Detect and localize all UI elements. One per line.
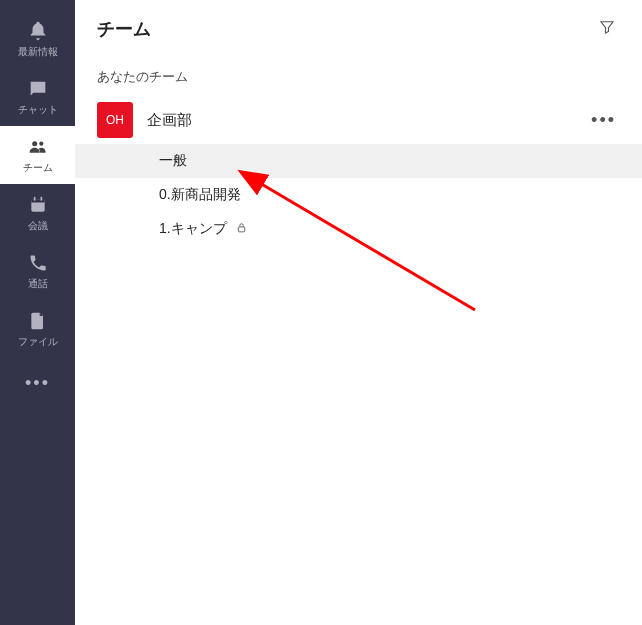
sidebar-item-chat[interactable]: チャット — [0, 68, 75, 126]
channel-name: 一般 — [159, 152, 187, 170]
team-avatar: OH — [97, 102, 133, 138]
sidebar-item-files[interactable]: ファイル — [0, 300, 75, 358]
channel-name: 1.キャンプ — [159, 220, 227, 238]
ellipsis-icon: ••• — [591, 110, 616, 130]
svg-rect-5 — [40, 196, 42, 200]
app-sidebar: 最新情報 チャット チーム 会議 通話 ファイル ••• — [0, 0, 75, 625]
sidebar-item-activity[interactable]: 最新情報 — [0, 10, 75, 68]
svg-point-1 — [39, 141, 43, 145]
lock-icon — [235, 221, 248, 237]
team-row[interactable]: OH 企画部 ••• — [75, 96, 642, 144]
bell-icon — [27, 20, 49, 42]
sidebar-item-meetings[interactable]: 会議 — [0, 184, 75, 242]
svg-rect-3 — [31, 199, 44, 202]
ellipsis-icon: ••• — [25, 373, 50, 394]
sidebar-item-label: チーム — [23, 161, 53, 175]
sidebar-item-calls[interactable]: 通話 — [0, 242, 75, 300]
phone-icon — [27, 252, 49, 274]
channel-item[interactable]: 一般 — [75, 144, 642, 178]
chat-icon — [27, 78, 49, 100]
team-name: 企画部 — [147, 111, 573, 130]
teams-icon — [27, 136, 49, 158]
svg-rect-4 — [33, 196, 35, 200]
sidebar-item-label: 会議 — [28, 219, 48, 233]
sidebar-item-label: チャット — [18, 103, 58, 117]
team-more-button[interactable]: ••• — [587, 110, 620, 131]
filter-button[interactable] — [594, 14, 620, 44]
channel-item[interactable]: 1.キャンプ — [75, 212, 642, 246]
your-teams-label: あなたのチーム — [75, 56, 642, 96]
panel-header: チーム — [75, 0, 642, 56]
calendar-icon — [27, 194, 49, 216]
sidebar-item-teams[interactable]: チーム — [0, 126, 75, 184]
file-icon — [27, 310, 49, 332]
sidebar-item-label: ファイル — [18, 335, 58, 349]
page-title: チーム — [97, 17, 151, 41]
sidebar-more[interactable]: ••• — [0, 358, 75, 408]
channel-name: 0.新商品開発 — [159, 186, 241, 204]
svg-point-0 — [32, 141, 37, 146]
main-panel: チーム あなたのチーム OH 企画部 ••• 一般 0.新商品開発 1.キャンプ — [75, 0, 642, 625]
svg-rect-6 — [238, 227, 245, 232]
filter-icon — [598, 22, 616, 39]
sidebar-item-label: 最新情報 — [18, 45, 58, 59]
sidebar-item-label: 通話 — [28, 277, 48, 291]
channel-item[interactable]: 0.新商品開発 — [75, 178, 642, 212]
